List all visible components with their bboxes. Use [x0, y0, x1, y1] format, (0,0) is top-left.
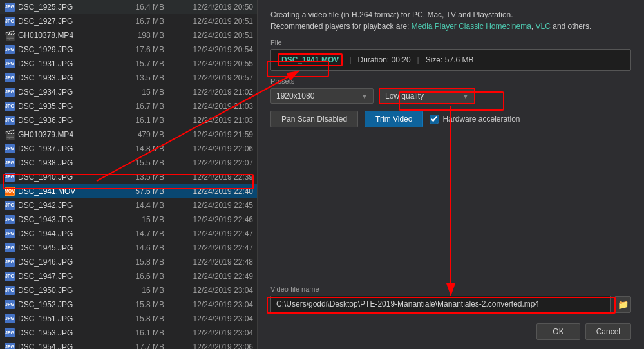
file-name: DSC_1937.JPG [18, 144, 131, 153]
file-name: DSC_1945.JPG [18, 243, 131, 252]
file-name: DSC_1951.JPG [18, 314, 131, 323]
cancel-button[interactable]: Cancel [585, 323, 631, 340]
file-date: 12/24/2019 21:03 [169, 116, 253, 125]
list-item[interactable]: JPG DSC_1944.JPG 14.7 MB 12/24/2019 22:4… [0, 227, 257, 241]
list-item[interactable]: JPG DSC_1933.JPG 13.5 MB 12/24/2019 20:5… [0, 71, 257, 85]
jpg-icon: JPG [4, 257, 15, 267]
file-date: 12/24/2019 23:04 [169, 328, 253, 337]
mov-icon: MOV [4, 186, 15, 196]
list-item[interactable]: JPG DSC_1945.JPG 14.6 MB 12/24/2019 22:4… [0, 241, 257, 255]
list-item[interactable]: JPG DSC_1927.JPG 16.7 MB 12/24/2019 20:5… [0, 14, 257, 28]
file-name: GH010379.MP4 [18, 130, 131, 139]
presets-section: Presets 1920x1080 ▼ Low quality ▼ [270, 77, 631, 104]
file-size: 16.7 MB [131, 17, 169, 26]
resolution-dropdown-arrow: ▼ [361, 93, 368, 100]
file-size: 15.8 MB [131, 258, 169, 267]
file-size: 16.1 MB [131, 116, 169, 125]
list-item[interactable]: JPG DSC_1935.JPG 16.7 MB 12/24/2019 21:0… [0, 99, 257, 113]
mp4-vlc-icon: 🎬 [4, 129, 15, 140]
pan-scan-button[interactable]: Pan Scan Disabled [270, 111, 358, 127]
file-date: 12/24/2019 22:46 [169, 215, 253, 224]
list-item[interactable]: JPG DSC_1929.JPG 17.6 MB 12/24/2019 20:5… [0, 42, 257, 57]
file-size: 479 MB [131, 130, 169, 139]
quality-value: Low quality [385, 91, 424, 100]
file-name: DSC_1936.JPG [18, 116, 131, 125]
file-name: GH010378.MP4 [18, 31, 131, 40]
file-size: 15.8 MB [131, 314, 169, 323]
list-item[interactable]: JPG DSC_1947.JPG 16.6 MB 12/24/2019 22:4… [0, 269, 257, 283]
file-duration: Duration: 00:20 [358, 55, 411, 64]
list-item[interactable]: JPG DSC_1938.JPG 15.5 MB 12/24/2019 22:0… [0, 156, 257, 170]
list-item[interactable]: 🎬 GH010379.MP4 479 MB 12/24/2019 21:59 [0, 127, 257, 142]
right-panel: Creating a video file (in H.264 format) … [258, 0, 644, 349]
file-date: 12/24/2019 21:59 [169, 130, 253, 139]
file-date: 12/24/2019 22:48 [169, 258, 253, 267]
list-item[interactable]: JPG DSC_1951.JPG 15.8 MB 12/24/2019 23:0… [0, 312, 257, 326]
description-block: Creating a video file (in H.264 format) … [270, 9, 631, 32]
file-size: Size: 57.6 MB [426, 55, 474, 64]
resolution-dropdown[interactable]: 1920x1080 ▼ [270, 88, 374, 104]
file-size: 13.5 MB [131, 173, 169, 182]
description-separator: , [531, 22, 533, 31]
file-date: 12/24/2019 22:39 [169, 173, 253, 182]
jpg-icon: JPG [4, 271, 15, 281]
file-name: DSC_1933.JPG [18, 73, 131, 82]
file-name: DSC_1938.JPG [18, 158, 131, 167]
list-item[interactable]: JPG DSC_1943.JPG 15 MB 12/24/2019 22:46 [0, 212, 257, 227]
description-line1: Creating a video file (in H.264 format) … [270, 10, 513, 19]
file-size: 16.4 MB [131, 3, 169, 12]
description-line2: Recommended players for playback are: [270, 22, 409, 31]
file-size: 16.7 MB [131, 102, 169, 111]
file-info-box: DSC_1941.MOV | Duration: 00:20 | Size: 5… [270, 49, 631, 71]
trim-video-button[interactable]: Trim Video [365, 111, 423, 127]
quality-dropdown[interactable]: Low quality ▼ [379, 88, 475, 104]
list-item[interactable]: JPG DSC_1946.JPG 15.8 MB 12/24/2019 22:4… [0, 255, 257, 269]
file-size: 14.6 MB [131, 243, 169, 252]
file-size: 14.8 MB [131, 144, 169, 153]
filename-section: Video file name 📁 [270, 285, 631, 313]
list-item[interactable]: JPG DSC_1954.JPG 17.7 MB 12/24/2019 23:0… [0, 340, 257, 349]
filename-input[interactable] [270, 296, 611, 313]
hardware-acceleration-label: Hardware acceleration [442, 115, 520, 124]
jpg-icon: JPG [4, 200, 15, 211]
spacer [270, 134, 631, 279]
list-item[interactable]: MOV DSC_1941.MOV 57.6 MB 12/24/2019 22:4… [0, 184, 257, 198]
hardware-acceleration-checkbox[interactable] [430, 115, 439, 124]
list-item[interactable]: JPG DSC_1942.JPG 14.4 MB 12/24/2019 22:4… [0, 198, 257, 212]
browse-folder-button[interactable]: 📁 [614, 296, 631, 313]
hardware-acceleration-checkbox-label[interactable]: Hardware acceleration [430, 115, 520, 124]
file-date: 12/24/2019 23:04 [169, 300, 253, 309]
list-item[interactable]: JPG DSC_1950.JPG 16 MB 12/24/2019 23:04 [0, 283, 257, 297]
file-date: 12/24/2019 20:51 [169, 31, 253, 40]
list-item[interactable]: 🎬 GH010378.MP4 198 MB 12/24/2019 20:51 [0, 28, 257, 42]
link-mpc[interactable]: Media Player Classic Homecinema [412, 22, 531, 31]
jpg-icon: JPG [4, 2, 15, 12]
actions-row: Pan Scan Disabled Trim Video Hardware ac… [270, 111, 631, 127]
file-size: 13.5 MB [131, 73, 169, 82]
description-suffix: and others. [553, 22, 591, 31]
file-size: 17.7 MB [131, 343, 169, 350]
file-name: DSC_1934.JPG [18, 88, 131, 97]
file-size: 14.4 MB [131, 201, 169, 210]
jpg-icon: JPG [4, 314, 15, 324]
filename-section-label: Video file name [270, 285, 631, 293]
list-item[interactable]: JPG DSC_1952.JPG 15.8 MB 12/24/2019 23:0… [0, 297, 257, 312]
list-item[interactable]: JPG DSC_1931.JPG 15.7 MB 12/24/2019 20:5… [0, 57, 257, 71]
bottom-buttons: OK Cancel [270, 323, 631, 340]
file-name: DSC_1946.JPG [18, 258, 131, 267]
ok-button[interactable]: OK [536, 323, 580, 340]
list-item[interactable]: JPG DSC_1936.JPG 16.1 MB 12/24/2019 21:0… [0, 113, 257, 127]
file-name: DSC_1954.JPG [18, 343, 131, 350]
file-name: DSC_1944.JPG [18, 229, 131, 238]
jpg-icon: JPG [4, 16, 15, 26]
list-item[interactable]: JPG DSC_1940.JPG 13.5 MB 12/24/2019 22:3… [0, 170, 257, 184]
list-item[interactable]: JPG DSC_1937.JPG 14.8 MB 12/24/2019 22:0… [0, 142, 257, 156]
list-item[interactable]: JPG DSC_1925.JPG 16.4 MB 12/24/2019 20:5… [0, 0, 257, 14]
file-list-panel: JPG DSC_1925.JPG 16.4 MB 12/24/2019 20:5… [0, 0, 258, 349]
file-date: 12/24/2019 22:06 [169, 144, 253, 153]
list-item[interactable]: JPG DSC_1934.JPG 15 MB 12/24/2019 21:02 [0, 85, 257, 99]
link-vlc[interactable]: VLC [536, 22, 551, 31]
file-name: DSC_1940.JPG [18, 173, 131, 182]
list-item[interactable]: JPG DSC_1953.JPG 16.1 MB 12/24/2019 23:0… [0, 326, 257, 340]
presets-row: 1920x1080 ▼ Low quality ▼ [270, 88, 631, 104]
